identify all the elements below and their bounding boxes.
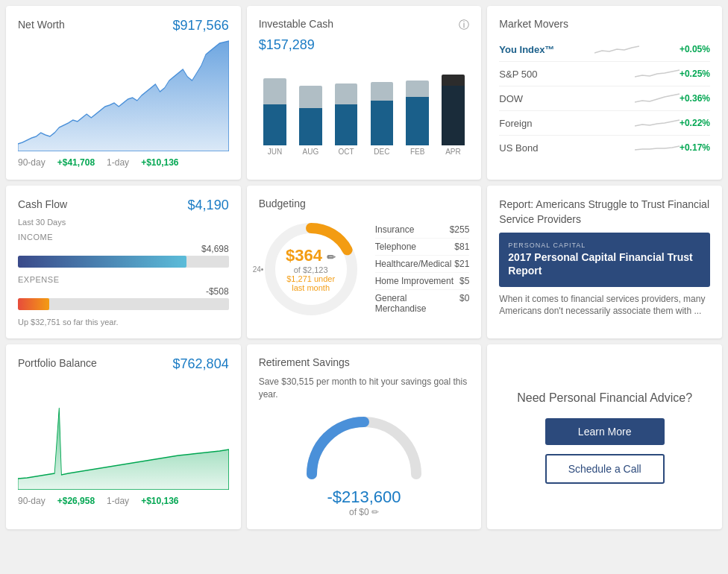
investable-value: $157,289	[259, 37, 470, 53]
advice-title: Need Personal Financial Advice?	[517, 390, 692, 406]
bar-top-dark	[442, 75, 465, 86]
expense-bar	[18, 298, 49, 310]
portfolio-90day-value: +$26,958	[57, 496, 95, 506]
bar-bottom	[371, 101, 394, 145]
budget-item-home: Home Improvement $5	[375, 273, 470, 290]
bar-bottom-dark	[442, 86, 465, 145]
retirement-desc: Save $30,515 per month to hit your savin…	[259, 376, 470, 401]
bar-label: JUN	[268, 148, 282, 156]
bar-oct: OCT	[330, 56, 363, 156]
you-index-label: You Index™	[499, 44, 554, 55]
edit-icon[interactable]: ✏	[327, 251, 336, 263]
donut-center: $364 ✏ of $2,123 $1,271 under last month	[286, 246, 336, 292]
foreign-sparkline	[635, 116, 680, 130]
sp500-label: S&P 500	[499, 69, 635, 80]
donut-amount: $364 ✏	[286, 246, 336, 265]
bar-dec: DEC	[365, 56, 398, 156]
donut-chart: 24• $364 ✏ of $2,123 $1,271 under last m…	[259, 217, 363, 321]
net-worth-value: $917,566	[173, 18, 229, 34]
dow-change: +0.36%	[680, 93, 710, 104]
budget-item-value: $255	[450, 224, 470, 235]
budget-item-name: Insurance	[375, 224, 415, 235]
income-label: INCOME	[18, 233, 229, 242]
expense-section: EXPENSE -$508	[18, 275, 229, 310]
budget-item-value: $21	[454, 259, 469, 269]
retirement-edit-icon[interactable]: ✏	[371, 507, 379, 517]
budgeting-card: Budgeting 24• $364 ✏ of $2,123 $1,271 un…	[247, 186, 482, 338]
usbond-sparkline	[635, 140, 680, 155]
bar-top	[335, 83, 358, 104]
expense-bar-container	[18, 298, 229, 310]
budget-item-name: Healthcare/Medical	[375, 259, 452, 269]
report-brand: PERSONAL CAPITAL	[508, 242, 701, 249]
income-amount: $4,698	[18, 244, 229, 254]
retirement-value: -$213,600	[297, 488, 431, 507]
budget-layout: 24• $364 ✏ of $2,123 $1,271 under last m…	[259, 217, 470, 321]
expense-label: EXPENSE	[18, 275, 229, 284]
cashflow-subtitle: Last 30 Days	[18, 218, 229, 227]
foreign-label: Foreign	[499, 118, 635, 129]
retirement-savings-card: Retirement Savings Save $30,515 per mont…	[247, 344, 482, 529]
market-row-you-index: You Index™ +0.05%	[499, 37, 710, 62]
bar-top	[263, 78, 286, 104]
ytd-text: Up $32,751 so far this year.	[18, 318, 229, 327]
bar-top	[406, 81, 429, 97]
donut-under: $1,271 under last month	[286, 274, 336, 292]
net-worth-90day-label: 90-day	[18, 157, 46, 168]
budget-item-name: General Merchandise	[375, 293, 459, 314]
market-row-dow: DOW +0.36%	[499, 86, 710, 111]
bar-top	[371, 82, 394, 101]
portfolio-balance-card: Portfolio Balance $762,804 90-day +$26,9…	[6, 344, 241, 529]
you-index-change: +0.05%	[680, 44, 710, 54]
bar-bottom	[263, 104, 286, 145]
cashflow-title: Cash Flow	[18, 198, 67, 210]
cash-flow-card: Cash Flow $4,190 Last 30 Days INCOME $4,…	[6, 186, 241, 338]
budget-item-value: $0	[459, 293, 469, 314]
budget-item-insurance: Insurance $255	[375, 221, 470, 239]
retirement-of: of $0 ✏	[297, 507, 431, 517]
learn-more-button[interactable]: Learn More	[545, 418, 665, 445]
budgeting-title: Budgeting	[259, 198, 306, 209]
bar-label: FEB	[410, 148, 424, 156]
bar-apr: APR	[437, 56, 470, 156]
budget-item-healthcare: Healthcare/Medical $21	[375, 256, 470, 273]
report-card: Report: Americans Struggle to Trust Fina…	[487, 186, 722, 338]
cashflow-value: $4,190	[188, 198, 229, 213]
investable-title: Investable Cash	[259, 18, 333, 30]
portfolio-1day-label: 1-day	[107, 496, 129, 506]
investable-bar-chart: JUN AUG OCT DE	[259, 59, 470, 156]
budget-item-telephone: Telephone $81	[375, 239, 470, 256]
bar-label: OCT	[339, 148, 354, 156]
dow-label: DOW	[499, 93, 635, 104]
bar-jun: JUN	[259, 56, 292, 156]
usbond-label: US Bond	[499, 142, 635, 154]
report-banner-title: 2017 Personal Capital Financial Trust Re…	[508, 250, 701, 277]
investable-cash-card: Investable Cash ⓘ $157,289 JUN AUG	[247, 6, 482, 180]
bar-bottom	[335, 104, 358, 145]
net-worth-1day-label: 1-day	[107, 157, 129, 168]
income-bar	[18, 256, 186, 268]
gauge-chart: -$213,600 of $0 ✏	[297, 407, 431, 517]
budget-item-value: $81	[454, 242, 469, 252]
portfolio-chart	[18, 378, 229, 490]
budget-item-name: Home Improvement	[375, 276, 454, 286]
bar-aug: AUG	[294, 56, 327, 156]
investable-info-icon[interactable]: ⓘ	[459, 19, 469, 32]
market-row-usbond: US Bond +0.17%	[499, 136, 710, 160]
budget-items-list: Insurance $255 Telephone $81 Healthcare/…	[375, 221, 470, 317]
report-banner[interactable]: PERSONAL CAPITAL 2017 Personal Capital F…	[499, 233, 710, 286]
schedule-call-button[interactable]: Schedule a Call	[545, 454, 665, 484]
donut-of: of $2,123	[286, 265, 336, 274]
bar-bottom	[299, 108, 322, 145]
report-desc: When it comes to financial services prov…	[499, 293, 710, 318]
budget-item-merchandise: General Merchandise $0	[375, 290, 470, 317]
you-index-sparkline	[594, 42, 639, 57]
net-worth-title: Net Worth	[18, 19, 65, 31]
net-worth-90day-value: +$41,708	[57, 157, 95, 168]
retirement-title: Retirement Savings	[259, 356, 350, 368]
portfolio-1day-value: +$10,136	[141, 496, 178, 506]
expense-amount: -$508	[18, 286, 229, 297]
portfolio-stats: 90-day +$26,958 1-day +$10,136	[18, 496, 229, 506]
dow-sparkline	[635, 91, 680, 106]
bar-feb: FEB	[401, 56, 434, 156]
